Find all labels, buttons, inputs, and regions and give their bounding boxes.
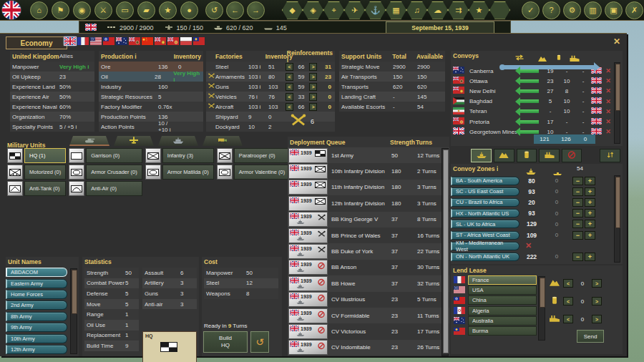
escort-increase-button[interactable]: + bbox=[585, 209, 595, 217]
reinforce-decrease-button[interactable]: < bbox=[286, 63, 293, 71]
zone-button[interactable]: ST - Africa West Coast bbox=[451, 231, 519, 240]
nation-tab-china-roc[interactable] bbox=[103, 37, 114, 45]
zone-button[interactable]: SC - US East Coast bbox=[451, 187, 519, 196]
reinforce-increase-button[interactable]: > bbox=[309, 93, 317, 101]
unit-name-button[interactable]: 9th Army bbox=[6, 323, 67, 332]
torpedo-button[interactable]: ◆ bbox=[282, 1, 303, 19]
filter-factory-button[interactable] bbox=[539, 149, 560, 162]
garrison-symbol-icon[interactable] bbox=[69, 148, 84, 163]
nation-tab-new-delhi[interactable] bbox=[155, 37, 166, 45]
cancel-convoy-icon[interactable]: ✕ bbox=[604, 98, 613, 105]
unit-name-button[interactable]: ABDACOM bbox=[6, 268, 67, 277]
reinforce-decrease-button[interactable]: < bbox=[286, 93, 293, 101]
zone-button[interactable]: HX - North Atlantic US bbox=[451, 209, 519, 217]
armor-symbol-icon[interactable] bbox=[217, 165, 233, 180]
filter-production-button[interactable] bbox=[517, 149, 537, 162]
next-button[interactable]: → bbox=[247, 1, 265, 19]
escort-increase-button[interactable]: + bbox=[585, 187, 595, 196]
escort-decrease-button[interactable]: − bbox=[572, 253, 583, 261]
amount-increase-button[interactable]: > bbox=[592, 279, 602, 288]
close-icon[interactable]: ✕ bbox=[611, 36, 623, 47]
factory-button[interactable]: ⌂ bbox=[30, 1, 48, 19]
unit-type-button[interactable]: Infantry (3) bbox=[162, 148, 214, 163]
reinforce-decrease-button[interactable]: < bbox=[286, 103, 293, 111]
lend-lease-nation-button[interactable]: USA bbox=[468, 285, 537, 295]
unit-name-button[interactable]: 12th Army bbox=[6, 345, 67, 354]
undo-button[interactable]: ↺ bbox=[205, 1, 223, 19]
cancel-convoy-icon[interactable]: ✕ bbox=[604, 128, 613, 135]
unit-type-button[interactable]: Armor Crusader (0) bbox=[86, 165, 142, 180]
build-button[interactable]: BuildHQ bbox=[203, 331, 248, 353]
reinforce-decrease-button[interactable]: < bbox=[286, 83, 293, 91]
deployment-row[interactable]: 1939CV Formidable2311 Turns bbox=[288, 308, 449, 323]
tank-button[interactable]: ▰ bbox=[137, 1, 155, 19]
filter-blocked-button[interactable] bbox=[562, 149, 582, 162]
escort-decrease-button[interactable]: − bbox=[572, 198, 583, 207]
lend-lease-scrollbar[interactable] bbox=[538, 276, 545, 341]
deployment-row[interactable]: 193911th Infantry Division1803 Turns bbox=[288, 180, 449, 195]
armor-symbol-icon[interactable] bbox=[69, 165, 84, 180]
settings-button[interactable]: ⚙ bbox=[563, 1, 581, 19]
undo-build-button[interactable]: ↺ bbox=[250, 331, 269, 353]
escort-increase-button[interactable]: + bbox=[585, 198, 595, 207]
deployment-row[interactable]: 193912th Infantry Division1803 Turns bbox=[288, 195, 449, 211]
convoy-button[interactable]: ⇉ bbox=[448, 1, 469, 19]
send-button[interactable]: Send bbox=[577, 330, 604, 343]
sort-button[interactable] bbox=[600, 149, 620, 162]
unit-name-button[interactable]: 10th Army bbox=[6, 334, 67, 343]
tab-air[interactable] bbox=[114, 136, 154, 146]
helmet-button[interactable]: ● bbox=[180, 1, 198, 19]
unit-type-button[interactable]: Garrison (0) bbox=[86, 148, 142, 163]
reinforce-increase-button[interactable]: > bbox=[309, 73, 317, 81]
unit-type-button[interactable]: Armor Matilda (0) bbox=[162, 165, 214, 180]
unit-type-button[interactable]: Armor Valentine (0) bbox=[234, 165, 290, 180]
unit-type-button[interactable]: Anti-Air (0) bbox=[86, 181, 142, 196]
unit-name-button[interactable]: Home Forces bbox=[6, 290, 67, 299]
exit-button[interactable]: ✗ bbox=[625, 1, 643, 19]
deployment-row[interactable]: 19391st Army5012 Turns bbox=[288, 147, 449, 163]
antitank-symbol-icon[interactable] bbox=[7, 181, 23, 196]
nation-tab-poland[interactable] bbox=[180, 37, 192, 45]
unit-name-button[interactable]: Eastern Army bbox=[6, 279, 67, 288]
amount-decrease-button[interactable]: < bbox=[563, 315, 573, 323]
deployment-row[interactable]: 1939BB Prince of Wales3716 Turns bbox=[288, 228, 449, 243]
amount-decrease-button[interactable]: < bbox=[563, 279, 573, 288]
filter-convoys-button[interactable] bbox=[471, 149, 492, 162]
lend-lease-nation-button[interactable]: Algeria bbox=[468, 306, 537, 315]
zones-scrollbar[interactable] bbox=[614, 175, 620, 263]
reinforce-decrease-button[interactable]: < bbox=[286, 73, 293, 81]
escort-increase-button[interactable]: + bbox=[585, 220, 595, 228]
lend-lease-nation-button[interactable]: Burma bbox=[468, 326, 537, 336]
queue-scrollbar[interactable] bbox=[441, 148, 449, 356]
escort-increase-button[interactable]: + bbox=[585, 177, 595, 185]
reinforce-increase-button[interactable]: > bbox=[309, 103, 317, 111]
tab-land[interactable] bbox=[69, 136, 109, 146]
deployment-row[interactable]: 1939CV Victorious2317 Turns bbox=[288, 323, 449, 339]
stats-button[interactable]: ▥ bbox=[584, 1, 602, 19]
reinforce-increase-button[interactable]: > bbox=[309, 83, 317, 91]
aircraft-button[interactable]: ✈ bbox=[344, 1, 365, 19]
zone-button[interactable]: CU - Brazil to Africa bbox=[451, 198, 519, 207]
unit-type-button[interactable]: Anti-Tank (0) bbox=[24, 181, 66, 196]
prev-button[interactable]: ← bbox=[226, 1, 244, 19]
tab-sea[interactable] bbox=[158, 136, 198, 146]
tab-transport[interactable] bbox=[203, 136, 243, 146]
escort-increase-button[interactable]: + bbox=[585, 253, 595, 261]
nation-tab-china[interactable] bbox=[142, 37, 153, 45]
nation-tab-france[interactable] bbox=[77, 37, 89, 45]
cancel-convoy-icon[interactable]: ✕ bbox=[604, 118, 613, 125]
unit-type-button[interactable]: Paratrooper (0) bbox=[234, 148, 290, 163]
nation-tab-usa[interactable] bbox=[90, 37, 102, 45]
filter-ore-button[interactable] bbox=[494, 149, 514, 162]
convoys-scrollbar[interactable] bbox=[614, 62, 620, 144]
briefing-button[interactable]: ▭ bbox=[116, 1, 134, 19]
save-button[interactable]: ▣ bbox=[605, 1, 623, 19]
supply-button[interactable]: ▦ bbox=[386, 1, 406, 19]
amount-increase-button[interactable]: > bbox=[592, 297, 602, 305]
cancel-convoy-icon[interactable]: ✕ bbox=[604, 77, 613, 84]
officer-button[interactable]: ⚑ bbox=[52, 1, 69, 19]
unit-name-button[interactable]: 8th Army bbox=[6, 312, 67, 321]
lend-lease-nation-button[interactable]: China bbox=[468, 295, 537, 305]
strategy-map-button[interactable]: ◈ bbox=[303, 1, 323, 19]
infantry-symbol-icon[interactable] bbox=[145, 148, 161, 163]
